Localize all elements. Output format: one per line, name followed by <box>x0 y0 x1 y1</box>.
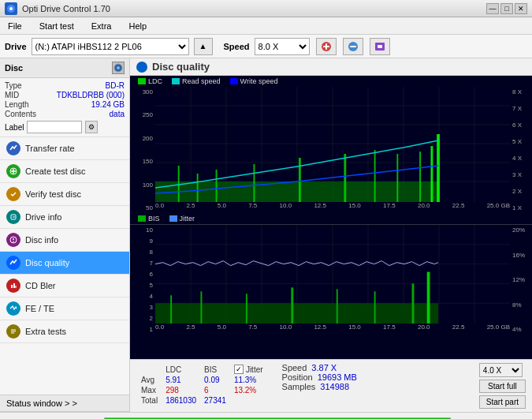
svg-point-1 <box>9 7 13 10</box>
drive-bar: Drive (N:) ATAPI iHBS112 2 PL06 ▲ Speed … <box>0 35 532 58</box>
eject-button[interactable]: ▲ <box>194 38 213 55</box>
sidebar-item-drive-info[interactable]: Drive info <box>0 206 129 229</box>
disc-quality-title: Disc quality <box>152 61 210 73</box>
chart-bottom-svg <box>155 225 510 324</box>
svg-rect-44 <box>216 170 218 202</box>
speed-label: Speed <box>282 363 307 372</box>
verify-test-disc-icon <box>6 187 20 201</box>
disc-header-title: Disc <box>5 63 23 73</box>
chart-top-inner <box>155 87 510 202</box>
disc-icon-button[interactable] <box>112 62 125 74</box>
disc-label-settings-button[interactable]: ⚙ <box>85 121 98 133</box>
close-button[interactable]: ✕ <box>515 3 527 14</box>
avg-row-label: Avg <box>138 376 161 384</box>
sidebar-extra-tests-label: Extra tests <box>25 327 66 336</box>
speed-value: 3.87 X <box>311 363 337 372</box>
svg-rect-21 <box>15 286 17 288</box>
svg-rect-75 <box>427 272 430 324</box>
chart-bottom: 10 9 8 7 6 5 4 3 2 1 20% 16% 12% 8% <box>130 224 532 335</box>
sidebar-create-test-disc-label: Create test disc <box>25 166 85 176</box>
y-axis-bottom-left: 10 9 8 7 6 5 4 3 2 1 <box>130 225 155 335</box>
app-icon <box>5 2 17 15</box>
legend-read-speed-label: Read speed <box>182 77 221 85</box>
sidebar-item-cd-bler[interactable]: CD Bler <box>0 275 129 297</box>
stats-area: LDC BIS ✓ Jitter Avg 5.91 0.09 11.3% <box>130 359 532 412</box>
disc-quality-header: Disc quality <box>130 58 532 76</box>
sidebar-item-create-test-disc[interactable]: Create test disc <box>0 160 129 183</box>
sidebar-verify-test-disc-label: Verify test disc <box>25 189 81 199</box>
toolbar-btn-1[interactable] <box>316 38 337 55</box>
bis-col-header: BIS <box>201 365 229 374</box>
stats-speed-select[interactable]: 4.0 X 8.0 X <box>479 363 523 377</box>
create-test-disc-icon <box>6 164 20 178</box>
menu-help[interactable]: Help <box>124 20 151 32</box>
toolbar-btn-2[interactable] <box>343 38 363 55</box>
disc-info-icon <box>6 233 20 247</box>
sidebar-item-disc-info[interactable]: Disc info <box>0 229 129 252</box>
status-window-label: Status window > > <box>6 398 77 408</box>
disc-contents-value: data <box>110 110 125 118</box>
window-controls[interactable]: — □ ✕ <box>486 3 527 14</box>
disc-label-label: Label <box>5 123 24 132</box>
svg-rect-70 <box>246 294 247 324</box>
sidebar-item-transfer-rate[interactable]: Transfer rate <box>0 137 129 160</box>
ldc-col-header: LDC <box>162 365 199 374</box>
stats-table: LDC BIS ✓ Jitter Avg 5.91 0.09 11.3% <box>136 363 268 406</box>
y-axis-top-left: 300 250 200 150 100 50 <box>130 87 155 213</box>
menu-start-test[interactable]: Start test <box>35 20 79 32</box>
sidebar-item-verify-test-disc[interactable]: Verify test disc <box>0 183 129 206</box>
svg-rect-19 <box>11 285 13 288</box>
status-window-toggle[interactable]: Status window > > <box>0 395 129 412</box>
disc-type-value: BD-R <box>106 81 125 90</box>
drive-select[interactable]: (N:) ATAPI iHBS112 2 PL06 <box>32 38 189 55</box>
svg-rect-72 <box>337 289 338 324</box>
sidebar-item-extra-tests[interactable]: Extra tests <box>0 320 129 343</box>
maximize-button[interactable]: □ <box>500 3 513 14</box>
drive-label: Drive <box>5 42 27 51</box>
svg-rect-51 <box>430 146 433 202</box>
jitter-max: 13.2% <box>231 386 266 395</box>
sidebar-item-disc-quality[interactable]: Disc quality <box>0 252 129 275</box>
content-area: Disc quality LDC Read speed Write speed <box>130 58 532 412</box>
chart-top-svg <box>155 87 510 202</box>
main-area: Disc Type BD-R MID TDKBLDRBB (000) Lengt… <box>0 58 532 412</box>
menu-extra[interactable]: Extra <box>87 20 117 32</box>
jitter-checkbox[interactable]: ✓ <box>234 365 244 374</box>
sidebar-item-fe-te[interactable]: FE / TE <box>0 297 129 320</box>
position-row: Position 19693 MB <box>282 372 473 382</box>
svg-rect-73 <box>374 291 376 324</box>
speed-select[interactable]: 8.0 X 4.0 X 6.0 X Max <box>255 38 310 55</box>
drive-info-icon <box>6 210 20 224</box>
legend-bis-label: BIS <box>148 215 160 223</box>
legend-jitter-label: Jitter <box>180 215 195 223</box>
disc-length-label: Length <box>5 100 29 109</box>
jitter-color-swatch <box>169 215 177 222</box>
svg-rect-6 <box>350 46 356 47</box>
jitter-avg: 11.3% <box>231 376 266 384</box>
read-speed-color-swatch <box>172 78 180 84</box>
disc-mid-row: MID TDKBLDRBB (000) <box>5 91 125 99</box>
y-axis-bottom-right: 20% 16% 12% 8% 4% <box>510 225 532 335</box>
sidebar: Disc Type BD-R MID TDKBLDRBB (000) Lengt… <box>0 58 130 412</box>
svg-rect-42 <box>178 166 180 202</box>
start-part-button[interactable]: Start part <box>479 395 526 409</box>
ldc-avg: 5.91 <box>162 376 199 384</box>
svg-point-18 <box>13 241 14 242</box>
start-full-button[interactable]: Start full <box>479 380 526 393</box>
toolbar-btn-3[interactable] <box>370 38 390 55</box>
position-value: 19693 MB <box>318 372 357 382</box>
samples-row: Samples 314988 <box>282 382 473 391</box>
disc-mid-value: TDKBLDRBB (000) <box>57 91 125 99</box>
cd-bler-icon <box>6 279 20 293</box>
ldc-total: 1861030 <box>162 396 199 405</box>
window-title: Opti Drive Control 1.70 <box>22 4 110 13</box>
menu-file[interactable]: File <box>3 20 27 32</box>
svg-rect-71 <box>291 287 293 324</box>
titlebar-left: Opti Drive Control 1.70 <box>5 2 110 15</box>
minimize-button[interactable]: — <box>486 3 499 14</box>
disc-label-input[interactable] <box>27 121 82 133</box>
svg-rect-43 <box>197 174 199 202</box>
disc-contents-row: Contents data <box>5 110 125 118</box>
speed-label: Speed <box>224 42 250 51</box>
jitter-col-header: Jitter <box>246 365 263 374</box>
